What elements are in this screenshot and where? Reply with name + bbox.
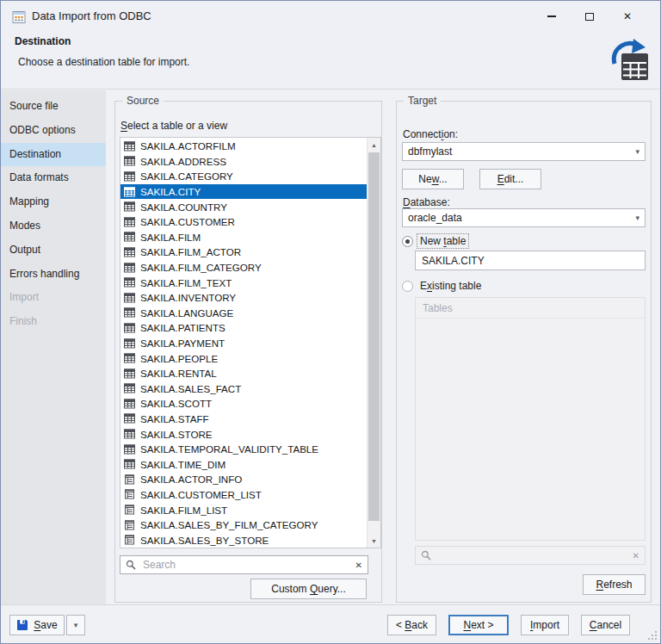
save-button[interactable]: Save: [9, 615, 65, 635]
sidebar-step[interactable]: ODBC options: [1, 119, 106, 143]
clear-search-icon[interactable]: ✕: [355, 560, 362, 570]
table-list-item[interactable]: SAKILA.ADDRESS: [120, 154, 367, 170]
table-list-item[interactable]: SAKILA.RENTAL: [120, 366, 367, 381]
back-button[interactable]: < Back: [387, 615, 436, 635]
list-scrollbar[interactable]: ▲ ▼: [367, 138, 380, 548]
sidebar-step[interactable]: Modes: [1, 214, 106, 238]
view-icon: [124, 489, 135, 499]
source-group: Source Select a table or a view: [114, 101, 382, 603]
table-list-item[interactable]: SAKILA.FILM_LIST: [120, 502, 367, 517]
maximize-button[interactable]: [574, 4, 605, 28]
table-icon: [124, 459, 135, 469]
table-icon: [124, 247, 135, 257]
table-list-item[interactable]: SAKILA.FILM_ACTOR: [120, 245, 367, 260]
table-name: SAKILA.SALES_FACT: [140, 383, 241, 394]
new-table-option[interactable]: New table: [402, 234, 468, 248]
new-table-name-input[interactable]: [415, 251, 646, 270]
scroll-thumb[interactable]: [368, 152, 380, 521]
sidebar-step-label: Output: [9, 244, 40, 256]
table-list-item[interactable]: SAKILA.FILM_TEXT: [120, 275, 367, 290]
minimize-icon: [547, 15, 556, 17]
table-name: SAKILA.FILM: [140, 232, 201, 243]
table-list-item[interactable]: SAKILA.CUSTOMER: [120, 214, 367, 230]
table-list-rows: SAKILA.ACTORFILM: [120, 138, 367, 548]
table-list-item[interactable]: SAKILA.INVENTORY: [120, 290, 367, 306]
table-name: SAKILA.PAYMENT: [140, 337, 225, 349]
custom-query-button[interactable]: Custom Query...: [250, 579, 367, 599]
sidebar-step[interactable]: Output: [1, 238, 106, 263]
table-list-item[interactable]: SAKILA.STORE: [120, 426, 367, 442]
sidebar-step[interactable]: Data formats: [1, 166, 106, 190]
sidebar-step[interactable]: Errors handling: [1, 263, 106, 287]
cancel-button[interactable]: Cancel: [581, 615, 630, 635]
table-icon: [124, 307, 135, 318]
existing-table-radio[interactable]: [402, 281, 413, 292]
table-list-item[interactable]: SAKILA.SALES_BY_STORE: [120, 532, 367, 548]
table-list-item[interactable]: SAKILA.PEOPLE: [120, 350, 367, 366]
source-search-input[interactable]: [141, 558, 350, 572]
table-list-item[interactable]: SAKILA.STAFF: [120, 412, 367, 427]
connection-select[interactable]: dbfmylast ▾: [402, 142, 646, 161]
close-button[interactable]: ✕: [612, 4, 643, 28]
scroll-down-button[interactable]: ▼: [368, 534, 380, 548]
table-icon: [124, 156, 135, 166]
table-icon: [124, 444, 135, 455]
table-list-item[interactable]: SAKILA.LANGUAGE: [120, 306, 367, 321]
sidebar-step[interactable]: Import: [1, 286, 106, 310]
table-name: SAKILA.ACTOR_INFO: [140, 474, 242, 485]
existing-table-label: Existing table: [417, 279, 484, 293]
table-name: SAKILA.STORE: [140, 429, 213, 440]
table-list-item[interactable]: SAKILA.FILM: [120, 230, 367, 245]
sidebar-step[interactable]: Finish: [1, 310, 106, 334]
table-name: SAKILA.TEMPORAL_VALIDITY_TABLE: [140, 443, 318, 455]
table-list-item[interactable]: SAKILA.SALES_BY_FILM_CATEGORY: [120, 517, 367, 533]
new-table-label: New table: [417, 234, 468, 248]
refresh-button[interactable]: Refresh: [583, 574, 646, 595]
table-name: SAKILA.ACTORFILM: [140, 140, 236, 152]
existing-tables-list: Tables: [415, 297, 646, 541]
target-search: ✕: [415, 546, 646, 565]
sidebar-step[interactable]: Mapping: [1, 190, 106, 214]
save-icon: [16, 619, 28, 631]
new-table-radio[interactable]: [402, 236, 413, 247]
target-search-input: [436, 548, 627, 562]
table-name: SAKILA.PATIENTS: [140, 322, 225, 333]
new-connection-button[interactable]: New...: [402, 169, 464, 189]
table-list-item[interactable]: SAKILA.SALES_FACT: [120, 381, 367, 397]
table-list-item[interactable]: SAKILA.CUSTOMER_LIST: [120, 487, 367, 503]
clear-search-icon: ✕: [633, 551, 639, 560]
sidebar-step[interactable]: Destination: [1, 143, 106, 167]
table-list-item[interactable]: SAKILA.COUNTRY: [120, 199, 367, 214]
table-list-item[interactable]: SAKILA.PATIENTS: [120, 320, 367, 336]
sidebar-step[interactable]: Source file: [1, 95, 106, 119]
resize-grip[interactable]: [647, 630, 658, 641]
table-name: SAKILA.FILM_ACTOR: [140, 246, 241, 257]
table-name: SAKILA.CATEGORY: [140, 170, 233, 182]
table-name: SAKILA.LANGUAGE: [140, 307, 233, 319]
edit-connection-button[interactable]: Edit...: [479, 169, 541, 189]
scroll-up-button[interactable]: ▲: [368, 138, 380, 152]
table-list-item[interactable]: SAKILA.FILM_CATEGORY: [120, 260, 367, 276]
table-name: SAKILA.STAFF: [140, 413, 209, 424]
table-list-item[interactable]: SAKILA.CITY: [120, 184, 367, 200]
import-button[interactable]: Import: [521, 615, 569, 635]
table-list-item[interactable]: SAKILA.TIME_DIM: [120, 456, 367, 472]
page-title: Destination: [15, 35, 71, 47]
minimize-button[interactable]: [536, 4, 567, 28]
table-list-item[interactable]: SAKILA.CATEGORY: [120, 169, 367, 184]
wizard-nav-buttons: < Back Next > Import Cancel: [387, 615, 630, 635]
database-select[interactable]: oracle_data ▾: [402, 208, 646, 227]
table-list-item[interactable]: SAKILA.SCOTT: [120, 396, 367, 412]
table-icon: [124, 232, 135, 242]
table-list-item[interactable]: SAKILA.ACTORFILM: [120, 139, 367, 154]
table-icon: [124, 429, 135, 439]
save-dropdown-button[interactable]: ▾: [66, 615, 85, 635]
table-list-item[interactable]: SAKILA.ACTOR_INFO: [120, 472, 367, 487]
existing-table-option[interactable]: Existing table: [402, 279, 484, 293]
table-list-item[interactable]: SAKILA.PAYMENT: [120, 336, 367, 351]
chevron-down-icon: ▾: [74, 621, 78, 629]
table-list-item[interactable]: SAKILA.TEMPORAL_VALIDITY_TABLE: [120, 442, 367, 457]
next-button[interactable]: Next >: [448, 615, 509, 635]
table-name: SAKILA.SCOTT: [140, 398, 212, 409]
table-icon: [124, 141, 135, 152]
